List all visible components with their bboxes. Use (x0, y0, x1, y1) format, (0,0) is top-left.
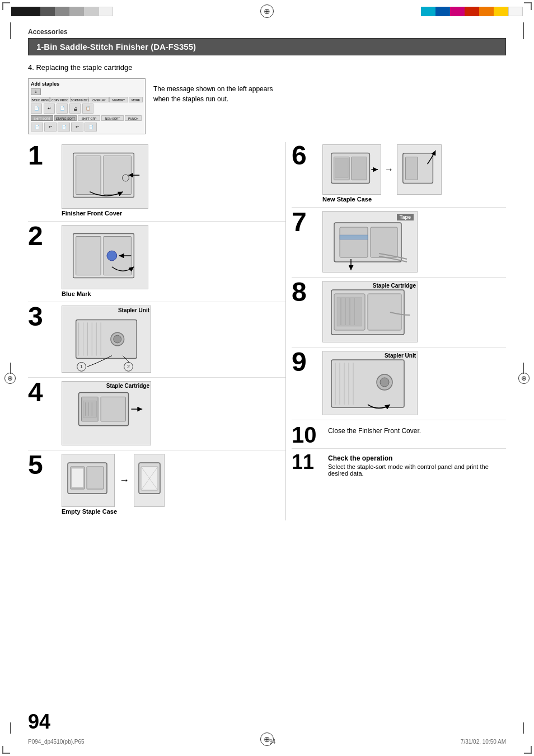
step-5-num: 5 (28, 452, 62, 478)
step-3: 3 (28, 303, 285, 378)
corner-tl (2, 2, 10, 10)
step-7-num: 7 (292, 209, 322, 236)
tape-label: Tape (397, 214, 414, 220)
corner-tr (524, 2, 532, 10)
right-mark-mid-top (523, 363, 524, 374)
step-4-image: Staple Cartridge (62, 381, 151, 445)
step-5: 5 → (28, 452, 285, 519)
step-2: 2 (28, 223, 285, 302)
finisher-diagram (62, 144, 148, 209)
step-2-num: 2 (28, 223, 62, 250)
svg-rect-30 (87, 467, 104, 489)
step-2-caption: Blue Mark (62, 290, 91, 297)
step-11-text: Check the operation Select the staple-so… (328, 452, 506, 477)
svg-rect-44 (371, 227, 397, 257)
step-5-caption: Empty Staple Case (62, 508, 117, 515)
step-4-content: Staple Cartridge (62, 379, 285, 448)
left-mark-mid-top (10, 363, 11, 374)
step-4-num: 4 (28, 379, 62, 406)
step-5-images: → (62, 454, 165, 507)
bar-seg-1 (11, 7, 26, 16)
step-7: 7 (292, 209, 506, 278)
step-10: 10 Close the Finisher Front Cover. (292, 421, 506, 449)
staple-cartridge-insert (323, 281, 418, 343)
step-6: 6 (292, 142, 506, 208)
step-2-content: Blue Mark (62, 223, 285, 299)
svg-rect-23 (101, 397, 125, 421)
stapler-unit-label: Stapler Unit (118, 307, 149, 313)
step-2-image (62, 225, 148, 289)
step-1: 1 (28, 142, 285, 222)
empty-case-2 (134, 454, 165, 508)
top-bar: ⊕ (0, 0, 534, 22)
section-title: 1-Bin Saddle-Stitch Finisher (DA-FS355) (28, 38, 506, 55)
empty-case-1 (62, 454, 115, 508)
svg-rect-48 (368, 294, 401, 330)
step-6-caption: New Staple Case (322, 196, 372, 203)
step-11-num: 11 (292, 452, 328, 472)
svg-rect-38 (352, 157, 367, 180)
step-8: 8 (292, 279, 506, 348)
steps-area: 1 (28, 142, 506, 520)
left-mark-mid-bot (10, 722, 11, 734)
stapler-unit-diagram: 1 2 (62, 306, 151, 373)
bar-rseg-2 (435, 7, 450, 16)
new-staple-2 (397, 144, 441, 195)
step-10-text: Close the Finisher Front Cover. (328, 424, 421, 435)
svg-rect-1 (76, 156, 101, 194)
svg-rect-54 (331, 360, 404, 407)
step-10-num: 10 (292, 424, 328, 446)
new-staple-1 (323, 144, 381, 195)
step-11: 11 Check the operation Select the staple… (292, 450, 506, 479)
col-left: 1 (28, 142, 285, 520)
step-9-num: 9 (292, 349, 322, 375)
bar-seg-2 (26, 7, 40, 16)
step-9-stapler-label: Stapler Unit (385, 353, 416, 359)
main-content: Accessories 1-Bin Saddle-Stitch Finisher… (0, 22, 534, 537)
step-8-image: Staple Cartridge (322, 281, 418, 342)
bar-rseg-1 (421, 7, 435, 16)
footer-left: P094_dp4510(pb).P65 (28, 739, 85, 745)
step-8-staple-label: Staple Cartridge (373, 283, 416, 289)
svg-point-61 (380, 378, 389, 387)
svg-rect-41 (406, 157, 418, 180)
corner-bl (2, 746, 10, 754)
step-1-num: 1 (28, 142, 62, 169)
svg-point-16 (114, 335, 121, 343)
step-3-num: 3 (28, 303, 62, 330)
left-crosshair: ⊕ (4, 373, 16, 384)
svg-text:2: 2 (127, 364, 130, 369)
right-mark-top (523, 22, 524, 39)
left-mark-top (10, 22, 11, 39)
staple-cartridge-label-4: Staple Cartridge (106, 383, 149, 389)
bar-seg-7 (99, 7, 113, 16)
col-right: 6 (285, 142, 506, 520)
step-6-img-2 (397, 144, 442, 195)
add-staples-image: Add staples 1 BASIC MENU COPY PROC SORT/… (28, 78, 146, 134)
svg-rect-31 (72, 468, 83, 487)
svg-point-7 (107, 251, 117, 261)
page-number: 94 (28, 710, 50, 734)
step-6-arrow: → (383, 144, 395, 195)
bar-seg-3 (40, 7, 55, 16)
right-crosshair: ⊕ (518, 373, 530, 384)
step-6-images: → (322, 144, 442, 195)
step-9-content: Stapler Unit (322, 349, 506, 417)
step-1-caption: Finisher Front Cover (62, 210, 122, 217)
svg-rect-8 (76, 320, 137, 358)
intro-panel: Add staples 1 BASIC MENU COPY PROC SORT/… (28, 78, 506, 134)
svg-rect-45 (340, 235, 368, 240)
step-7-content: Tape (322, 209, 506, 275)
step-7-image: Tape (322, 211, 418, 273)
crosshair-center: ⊕ (260, 4, 274, 18)
corner-br (524, 746, 532, 754)
step-6-num: 6 (292, 142, 322, 169)
step-8-content: Staple Cartridge (322, 279, 506, 345)
footer-right: 7/31/02, 10:50 AM (461, 739, 506, 745)
step-3-content: 1 2 Stapler Unit (62, 303, 285, 375)
bar-left (11, 7, 113, 16)
step-9-image: Stapler Unit (322, 351, 418, 415)
blue-mark-diagram (62, 225, 148, 289)
svg-rect-39 (335, 158, 349, 177)
bar-rseg-3 (450, 7, 465, 16)
